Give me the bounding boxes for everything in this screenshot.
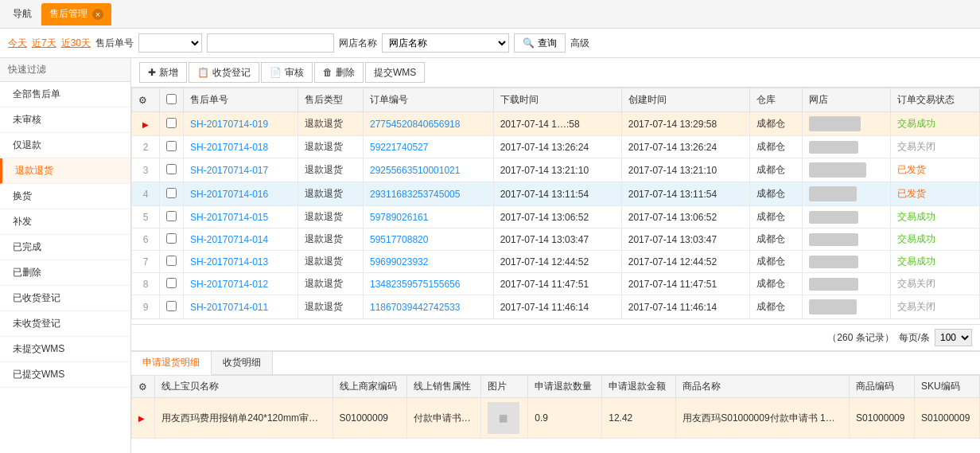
download-time: 2017-07-14 12:44:52 [493,251,621,273]
row-checkbox[interactable] [166,141,177,151]
per-page-select[interactable]: 100 [935,329,972,346]
store: 苏■■■■■■ [803,182,891,206]
sidebar-item-all[interactable]: 全部售后单 [0,82,130,107]
add-button[interactable]: ✚ 新增 [139,62,187,83]
sidebar-item-not-received[interactable]: 未收货登记 [0,311,130,337]
row-checkbox-cell [160,158,184,182]
sidebar-item-completed[interactable]: 已完成 [0,235,130,260]
select-all-checkbox[interactable] [166,94,177,104]
row-checkbox[interactable] [166,233,177,244]
store: ■■■■■■■■ [803,273,891,295]
advanced-button[interactable]: 高级 [570,37,589,50]
submit-wms-button[interactable]: 提交WMS [365,62,425,83]
col-aftersale-id: 售后单号 [184,88,298,112]
nav-tab-label: 售后管理 [49,7,88,21]
tab-return-detail[interactable]: 申请退货明细 [131,352,212,375]
order-status: 已发货 [891,158,980,182]
row-checkbox[interactable] [166,211,177,221]
row-checkbox-cell [160,206,184,228]
row-number-cell: 9 [132,295,160,319]
row-checkbox[interactable] [166,164,177,174]
order-id[interactable]: 29255663510001021 [363,158,493,182]
aftersale-id[interactable]: SH-20170714-015 [184,206,298,228]
download-time: 2017-07-14 13:21:10 [493,158,621,182]
toolbar: ✚ 新增 📋 收货登记 📄 审核 🗑 删除 提交WMS [131,58,980,88]
aftersale-id[interactable]: SH-20170714-016 [184,182,298,206]
filter-field-input[interactable] [207,33,334,53]
sidebar-item-refund-only[interactable]: 仅退款 [0,133,130,158]
table-row: 4SH-20170714-016退款退货29311683253745005201… [132,182,980,206]
filter-last7[interactable]: 近7天 [32,37,56,50]
order-id[interactable]: 13482359575155656 [363,273,493,295]
store: ■■■■■■■■ [803,136,891,158]
create-time: 2017-07-14 12:44:52 [621,251,749,273]
col-order-id: 订单编号 [363,88,493,112]
sidebar-item-received[interactable]: 已收货登记 [0,286,130,311]
sidebar-item-reissue[interactable]: 补发 [0,209,130,235]
sidebar-item-not-submitted-wms[interactable]: 未提交WMS [0,337,130,362]
review-button[interactable]: 📄 审核 [261,62,313,83]
download-time: 2017-07-14 11:47:51 [493,273,621,295]
btcol-settings[interactable]: ⚙ [132,376,155,398]
aftersale-id[interactable]: SH-20170714-017 [184,158,298,182]
aftersale-id[interactable]: SH-20170714-014 [184,228,298,251]
aftersale-id[interactable]: SH-20170714-018 [184,136,298,158]
nav-tab-aftersale[interactable]: 售后管理 × [41,3,111,25]
aftersale-id[interactable]: SH-20170714-013 [184,251,298,273]
row-checkbox[interactable] [166,188,177,198]
order-id[interactable]: 29311683253745005 [363,182,493,206]
store-select[interactable]: 网店名称 [382,33,509,53]
delete-button[interactable]: 🗑 删除 [314,62,364,83]
sidebar-item-unreviewed[interactable]: 未审核 [0,107,130,133]
bt-product-image: ▦ [488,402,519,434]
table-row: 5SH-20170714-015退款退货597890261612017-07-1… [132,206,980,228]
filter-last30[interactable]: 近30天 [61,37,91,50]
row-checkbox[interactable] [166,118,177,128]
row-checkbox[interactable] [166,301,177,311]
query-button[interactable]: 🔍 查询 [514,33,566,53]
aftersale-id[interactable]: SH-20170714-019 [184,112,298,136]
col-settings[interactable]: ⚙ [132,88,160,112]
order-id[interactable]: 59789026161 [363,206,493,228]
sidebar: 快速过滤 全部售后单 未审核 仅退款 退款退货 换货 补发 已完成 已删除 已收… [0,58,131,453]
order-id[interactable]: 59221740527 [363,136,493,158]
sidebar-item-exchange[interactable]: 换货 [0,184,130,209]
create-time: 2017-07-14 11:47:51 [621,273,749,295]
order-id[interactable]: 11867039442742533 [363,295,493,319]
nav-tab-close[interactable]: × [92,9,103,20]
tab-receive-detail[interactable]: 收货明细 [212,352,273,374]
btcol-refund-qty: 申请退款数量 [528,376,602,398]
sidebar-item-deleted[interactable]: 已删除 [0,260,130,286]
store: 苏■■■■寿■■ [803,158,891,182]
download-time: 2017-07-14 11:46:14 [493,295,621,319]
btcol-attr: 线上销售属性 [406,376,480,398]
sidebar-item-submitted-wms[interactable]: 已提交WMS [0,362,130,388]
total-records: （260 条记录） [827,331,893,345]
aftersale-id[interactable]: SH-20170714-012 [184,273,298,295]
col-order-status: 订单交易状态 [891,88,980,112]
row-checkbox[interactable] [166,278,177,288]
warehouse: 成都仓 [749,228,802,251]
row-checkbox-cell [160,251,184,273]
aftersale-id[interactable]: SH-20170714-011 [184,295,298,319]
order-id[interactable]: 27754520840656918 [363,112,493,136]
btcol-image: 图片 [480,376,528,398]
receive-button[interactable]: 📋 收货登记 [189,62,259,83]
row-checkbox[interactable] [166,256,177,266]
order-id[interactable]: 59699023932 [363,251,493,273]
bt-settings-icon: ⚙ [138,381,147,392]
bottom-section: 申请退货明细 收货明细 ⚙ 线上宝贝名称 线上商家编码 线上销售属性 图片 申请… [131,350,980,453]
row-number-cell: 5 [132,206,160,228]
filter-field-select[interactable] [138,33,202,53]
aftersale-type: 退款退货 [298,273,364,295]
btcol-sku: SKU编码 [914,376,979,398]
sidebar-item-refund-return[interactable]: 退款退货 [0,158,130,184]
order-id[interactable]: 59517708820 [363,228,493,251]
aftersale-type: 退款退货 [298,112,364,136]
create-time: 2017-07-14 13:26:24 [621,136,749,158]
table-row: 8SH-20170714-012退款退货13482359575155656201… [132,273,980,295]
row-number-cell: 8 [132,273,160,295]
row-number-cell: 7 [132,251,160,273]
filter-today[interactable]: 今天 [8,37,27,50]
review-icon: 📄 [270,67,282,78]
